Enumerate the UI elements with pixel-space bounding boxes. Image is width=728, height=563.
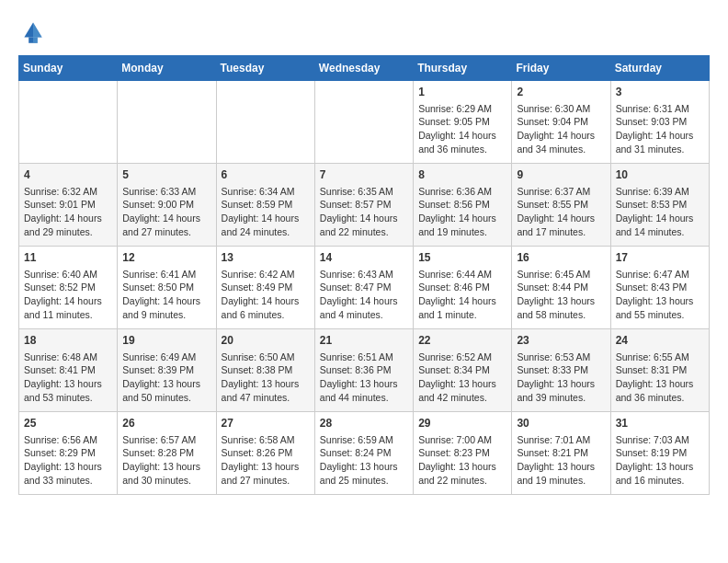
- calendar-cell: 22Sunrise: 6:52 AMSunset: 8:34 PMDayligh…: [414, 329, 512, 412]
- header-day-monday: Monday: [118, 56, 216, 81]
- day-number: 13: [222, 250, 310, 266]
- day-info: Sunset: 8:59 PM: [222, 198, 310, 212]
- day-info: Sunset: 9:04 PM: [517, 115, 605, 129]
- day-info: Daylight: 14 hours and 36 minutes.: [418, 129, 506, 155]
- day-info: Sunrise: 6:35 AM: [320, 185, 408, 199]
- day-info: Sunset: 8:39 PM: [122, 363, 210, 377]
- day-info: Daylight: 14 hours and 1 minute.: [418, 294, 506, 321]
- calendar-cell: 18Sunrise: 6:48 AMSunset: 8:41 PMDayligh…: [19, 329, 118, 412]
- calendar-cell: 25Sunrise: 6:56 AMSunset: 8:29 PMDayligh…: [19, 412, 118, 495]
- day-number: 28: [320, 416, 408, 431]
- calendar-table: SundayMondayTuesdayWednesdayThursdayFrid…: [18, 55, 710, 495]
- day-info: Daylight: 13 hours and 33 minutes.: [24, 460, 112, 487]
- calendar-cell: 1Sunrise: 6:29 AMSunset: 9:05 PMDaylight…: [414, 81, 512, 164]
- calendar-cell: 6Sunrise: 6:34 AMSunset: 8:59 PMDaylight…: [216, 164, 314, 247]
- day-number: 17: [616, 250, 704, 266]
- day-info: Sunrise: 6:31 AM: [616, 102, 704, 116]
- calendar-cell: 30Sunrise: 7:01 AMSunset: 8:21 PMDayligh…: [512, 412, 610, 495]
- calendar-cell: 16Sunrise: 6:45 AMSunset: 8:44 PMDayligh…: [512, 247, 610, 329]
- day-info: Sunset: 8:43 PM: [616, 281, 704, 294]
- calendar-cell: [216, 81, 314, 164]
- day-info: Sunrise: 6:55 AM: [616, 350, 704, 364]
- week-row-5: 25Sunrise: 6:56 AMSunset: 8:29 PMDayligh…: [19, 412, 710, 495]
- day-number: 3: [616, 85, 704, 100]
- day-info: Sunrise: 6:29 AM: [418, 102, 506, 116]
- day-info: Daylight: 14 hours and 31 minutes.: [616, 129, 704, 155]
- calendar-cell: 15Sunrise: 6:44 AMSunset: 8:46 PMDayligh…: [414, 247, 512, 329]
- day-info: Daylight: 14 hours and 22 minutes.: [320, 212, 408, 238]
- day-info: Daylight: 14 hours and 17 minutes.: [517, 212, 605, 238]
- day-number: 29: [418, 416, 506, 431]
- calendar-cell: 5Sunrise: 6:33 AMSunset: 9:00 PMDaylight…: [118, 164, 216, 247]
- day-info: Sunrise: 7:00 AM: [418, 433, 506, 447]
- calendar-cell: 31Sunrise: 7:03 AMSunset: 8:19 PMDayligh…: [610, 412, 709, 495]
- calendar-cell: 26Sunrise: 6:57 AMSunset: 8:28 PMDayligh…: [118, 412, 216, 495]
- day-number: 4: [24, 167, 112, 183]
- day-info: Sunrise: 6:41 AM: [122, 268, 210, 282]
- day-info: Sunset: 8:24 PM: [320, 446, 408, 460]
- day-info: Sunset: 8:36 PM: [320, 363, 408, 377]
- day-info: Sunrise: 6:40 AM: [24, 268, 112, 282]
- day-info: Sunrise: 6:45 AM: [517, 268, 605, 282]
- day-info: Daylight: 14 hours and 6 minutes.: [222, 294, 310, 321]
- day-info: Sunrise: 6:33 AM: [122, 185, 210, 199]
- day-info: Daylight: 13 hours and 36 minutes.: [616, 377, 704, 404]
- day-number: 14: [320, 250, 408, 266]
- day-number: 31: [616, 416, 704, 431]
- day-info: Sunset: 8:46 PM: [418, 281, 506, 294]
- day-info: Daylight: 13 hours and 25 minutes.: [320, 460, 408, 487]
- day-info: Sunrise: 6:49 AM: [122, 350, 210, 364]
- day-info: Daylight: 13 hours and 30 minutes.: [122, 460, 210, 487]
- calendar-cell: [314, 81, 413, 164]
- header-day-saturday: Saturday: [610, 56, 709, 81]
- calendar-cell: 20Sunrise: 6:50 AMSunset: 8:38 PMDayligh…: [216, 329, 314, 412]
- header-day-friday: Friday: [512, 56, 610, 81]
- day-info: Daylight: 14 hours and 4 minutes.: [320, 294, 408, 321]
- day-number: 12: [122, 250, 210, 266]
- calendar-cell: 2Sunrise: 6:30 AMSunset: 9:04 PMDaylight…: [512, 81, 610, 164]
- day-info: Sunset: 8:53 PM: [616, 198, 704, 212]
- day-info: Sunset: 8:55 PM: [517, 198, 605, 212]
- day-info: Sunset: 8:49 PM: [222, 281, 310, 294]
- day-number: 7: [320, 167, 408, 183]
- calendar-cell: 29Sunrise: 7:00 AMSunset: 8:23 PMDayligh…: [414, 412, 512, 495]
- calendar-cell: 11Sunrise: 6:40 AMSunset: 8:52 PMDayligh…: [19, 247, 118, 329]
- day-number: 10: [616, 167, 704, 183]
- day-info: Sunset: 8:19 PM: [616, 446, 704, 460]
- day-number: 20: [222, 333, 310, 349]
- calendar-cell: 17Sunrise: 6:47 AMSunset: 8:43 PMDayligh…: [610, 247, 709, 329]
- day-info: Sunrise: 6:57 AM: [122, 433, 210, 447]
- day-info: Sunrise: 6:50 AM: [222, 350, 310, 364]
- day-number: 27: [222, 416, 310, 431]
- day-info: Sunset: 8:57 PM: [320, 198, 408, 212]
- header-row: SundayMondayTuesdayWednesdayThursdayFrid…: [19, 56, 710, 81]
- day-info: Sunrise: 6:51 AM: [320, 350, 408, 364]
- day-number: 26: [122, 416, 210, 431]
- header-day-thursday: Thursday: [414, 56, 512, 81]
- day-number: 2: [517, 85, 605, 100]
- day-info: Sunset: 9:05 PM: [418, 115, 506, 129]
- day-info: Daylight: 13 hours and 42 minutes.: [418, 377, 506, 404]
- calendar-cell: [118, 81, 216, 164]
- day-number: 30: [517, 416, 605, 431]
- day-info: Sunset: 8:38 PM: [222, 363, 310, 377]
- day-info: Sunset: 8:23 PM: [418, 446, 506, 460]
- calendar-cell: 8Sunrise: 6:36 AMSunset: 8:56 PMDaylight…: [414, 164, 512, 247]
- day-info: Daylight: 14 hours and 19 minutes.: [418, 212, 506, 238]
- calendar-cell: 4Sunrise: 6:32 AMSunset: 9:01 PMDaylight…: [19, 164, 118, 247]
- calendar-cell: 23Sunrise: 6:53 AMSunset: 8:33 PMDayligh…: [512, 329, 610, 412]
- day-info: Daylight: 13 hours and 58 minutes.: [517, 294, 605, 321]
- header-day-wednesday: Wednesday: [314, 56, 413, 81]
- day-number: 8: [418, 167, 506, 183]
- week-row-4: 18Sunrise: 6:48 AMSunset: 8:41 PMDayligh…: [19, 329, 710, 412]
- day-info: Daylight: 13 hours and 16 minutes.: [616, 460, 704, 487]
- day-info: Sunrise: 6:30 AM: [517, 102, 605, 116]
- day-info: Sunrise: 6:39 AM: [616, 185, 704, 199]
- day-info: Sunrise: 7:01 AM: [517, 433, 605, 447]
- day-info: Sunset: 8:28 PM: [122, 446, 210, 460]
- day-info: Daylight: 14 hours and 11 minutes.: [24, 294, 112, 321]
- header: [18, 17, 710, 46]
- day-info: Daylight: 14 hours and 24 minutes.: [222, 212, 310, 238]
- day-info: Sunrise: 7:03 AM: [616, 433, 704, 447]
- day-info: Sunset: 8:44 PM: [517, 281, 605, 294]
